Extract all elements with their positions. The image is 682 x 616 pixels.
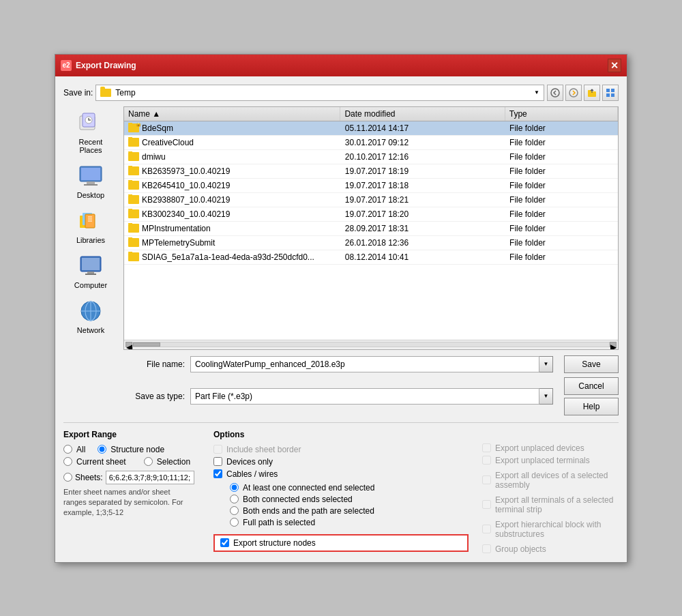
scrollbar-left-arrow[interactable]: ◀ xyxy=(125,342,132,347)
table-row[interactable]: BdeSqm 05.11.2014 14:17 File folder xyxy=(124,121,618,136)
svg-rect-21 xyxy=(85,274,96,275)
cable-radio-3[interactable] xyxy=(230,518,239,527)
saveas-dropdown-btn[interactable]: ▼ xyxy=(539,388,553,405)
file-row-type: File folder xyxy=(505,137,618,148)
main-area: Recent Places Desktop Libraries xyxy=(63,106,619,415)
radio-selection-label: Selection xyxy=(157,457,190,467)
folder-icon xyxy=(128,209,139,218)
folder-icon xyxy=(128,152,139,161)
view-options-button[interactable] xyxy=(602,85,619,101)
radio-all[interactable] xyxy=(63,445,72,454)
sheets-hint: Enter sheet names and/or sheet ranges se… xyxy=(63,487,193,518)
export-all-terminals-checkbox[interactable] xyxy=(482,500,491,509)
save-button[interactable]: Save xyxy=(564,355,619,373)
save-as-type-input[interactable] xyxy=(190,388,539,405)
libraries-icon xyxy=(77,207,104,235)
cable-radio-2[interactable] xyxy=(230,506,239,515)
table-row[interactable]: SDIAG_5e1a7a1a-1ead-4eda-a93d-250dcfd0..… xyxy=(124,250,618,265)
sidebar-item-recent-places[interactable]: Recent Places xyxy=(67,106,115,157)
table-row[interactable]: MPTelemetrySubmit 26.01.2018 12:36 File … xyxy=(124,236,618,250)
svg-point-0 xyxy=(551,89,559,97)
devices-only-label: Devices only xyxy=(226,457,273,467)
file-row-date: 28.09.2017 18:31 xyxy=(341,223,505,234)
cable-option-2-label: Both ends and the path are selected xyxy=(243,506,374,516)
file-row-name: MPTelemetrySubmit xyxy=(124,237,341,248)
export-unplaced-devices-label: Export unplaced devices xyxy=(495,443,584,453)
export-unplaced-devices-checkbox[interactable] xyxy=(482,443,491,452)
svg-rect-7 xyxy=(611,93,614,97)
folder-icon xyxy=(128,138,139,147)
cable-radio-1[interactable] xyxy=(230,495,239,503)
close-button[interactable]: ✕ xyxy=(608,59,621,72)
up-folder-button[interactable] xyxy=(584,85,600,101)
export-all-devices-checkbox[interactable] xyxy=(482,475,491,484)
export-structure-nodes-checkbox[interactable] xyxy=(220,538,229,547)
scrollbar-thumb[interactable] xyxy=(133,342,160,347)
radio-sheets[interactable] xyxy=(63,473,72,482)
file-row-name: BdeSqm xyxy=(124,123,341,134)
sheets-label: Sheets: xyxy=(75,473,103,482)
radio-all-label: All xyxy=(76,445,85,454)
file-row-date: 19.07.2017 18:18 xyxy=(341,180,505,191)
forward-button[interactable] xyxy=(565,85,582,101)
scrollbar-track xyxy=(132,342,610,347)
table-row[interactable]: KB2938807_10.0.40219 19.07.2017 18:21 Fi… xyxy=(124,193,618,207)
table-row[interactable]: KB2635973_10.0.40219 19.07.2017 18:19 Fi… xyxy=(124,164,618,179)
folder-icon xyxy=(128,123,139,132)
table-row[interactable]: KB2645410_10.0.40219 19.07.2017 18:18 Fi… xyxy=(124,179,618,193)
folder-icon xyxy=(128,224,139,233)
header-name[interactable]: Name ▲ xyxy=(124,107,340,121)
export-drawing-dialog: e2 Export Drawing ✕ Save in: Temp ▼ xyxy=(55,54,627,563)
export-hierarchical-block-checkbox[interactable] xyxy=(482,525,491,533)
radio-all-row: All Structure node xyxy=(63,445,200,454)
app-icon: e2 xyxy=(61,60,72,71)
include-sheet-border-checkbox[interactable] xyxy=(213,445,222,454)
sidebar-item-network[interactable]: Network xyxy=(67,295,115,337)
folder-icon xyxy=(128,181,139,190)
svg-rect-13 xyxy=(87,181,95,184)
cancel-button[interactable]: Cancel xyxy=(564,377,619,395)
dialog-body: Save in: Temp ▼ xyxy=(55,76,627,562)
devices-only-checkbox[interactable] xyxy=(213,457,222,466)
table-row[interactable]: dmiwu 20.10.2017 12:16 File folder xyxy=(124,150,618,164)
horizontal-scrollbar[interactable]: ◀ ▶ xyxy=(124,340,618,349)
file-row-date: 26.01.2018 12:36 xyxy=(341,237,505,248)
file-list-header: Name ▲ Date modified Type xyxy=(124,107,618,121)
table-row[interactable]: CreativeCloud 30.01.2017 09:12 File fold… xyxy=(124,136,618,150)
file-name-input[interactable] xyxy=(190,356,539,372)
file-row-date: 19.07.2017 18:21 xyxy=(341,194,505,205)
save-in-value: Temp xyxy=(115,88,135,98)
help-button[interactable]: Help xyxy=(564,398,619,415)
sidebar-item-desktop[interactable]: Desktop xyxy=(67,160,115,202)
sidebar-item-computer[interactable]: Computer xyxy=(67,250,115,292)
sheets-input[interactable] xyxy=(106,471,194,484)
export-unplaced-terminals-label: Export unplaced terminals xyxy=(495,456,590,465)
group-objects-label: Group objects xyxy=(495,544,546,554)
export-unplaced-terminals-checkbox[interactable] xyxy=(482,456,491,465)
sidebar-item-libraries[interactable]: Libraries xyxy=(67,205,115,247)
file-row-type: File folder xyxy=(505,252,618,263)
header-type[interactable]: Type xyxy=(505,107,618,121)
radio-structure-node[interactable] xyxy=(98,445,106,454)
save-in-dropdown[interactable]: Temp ▼ xyxy=(95,85,544,101)
cable-radio-0[interactable] xyxy=(230,483,239,492)
dropdown-arrow: ▼ xyxy=(534,89,539,96)
radio-selection[interactable] xyxy=(144,457,153,466)
computer-icon xyxy=(77,252,104,280)
back-button[interactable] xyxy=(547,85,563,101)
include-sheet-border-label: Include sheet border xyxy=(226,445,301,454)
radio-current-sheet[interactable] xyxy=(63,457,72,466)
save-as-type-label: Save as type: xyxy=(123,392,185,401)
file-name-label: File name: xyxy=(123,360,185,369)
sidebar-label-network: Network xyxy=(77,326,104,334)
sidebar-label-computer: Computer xyxy=(74,281,107,289)
header-date[interactable]: Date modified xyxy=(340,107,505,121)
cables-wires-checkbox[interactable] xyxy=(213,469,222,478)
file-row-type: File folder xyxy=(505,123,618,134)
table-row[interactable]: KB3002340_10.0.40219 19.07.2017 18:20 Fi… xyxy=(124,207,618,222)
filename-dropdown-btn[interactable]: ▼ xyxy=(539,356,553,372)
table-row[interactable]: MPInstrumentation 28.09.2017 18:31 File … xyxy=(124,222,618,236)
group-objects-checkbox[interactable] xyxy=(482,544,491,553)
save-in-label: Save in: xyxy=(63,88,93,98)
scrollbar-right-arrow[interactable]: ▶ xyxy=(610,342,617,347)
